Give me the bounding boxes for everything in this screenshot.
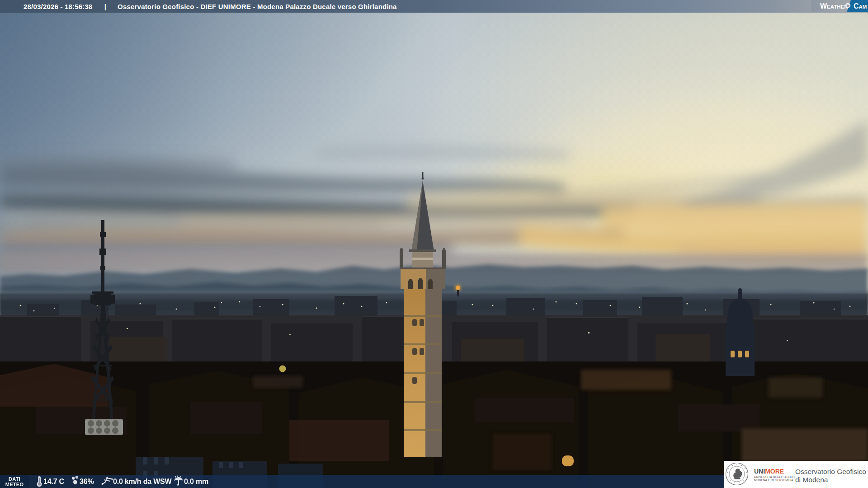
svg-text:MODENA E REGGIO EMILIA: MODENA E REGGIO EMILIA (754, 479, 793, 482)
svg-text:UNIVERSITÀ DEGLI STUDI DI: UNIVERSITÀ DEGLI STUDI DI (754, 475, 795, 479)
svg-text:di Modena: di Modena (795, 476, 828, 483)
svg-text:Osservatorio Geofisico: Osservatorio Geofisico (795, 468, 866, 475)
svg-text:UNIMORE: UNIMORE (754, 468, 784, 475)
